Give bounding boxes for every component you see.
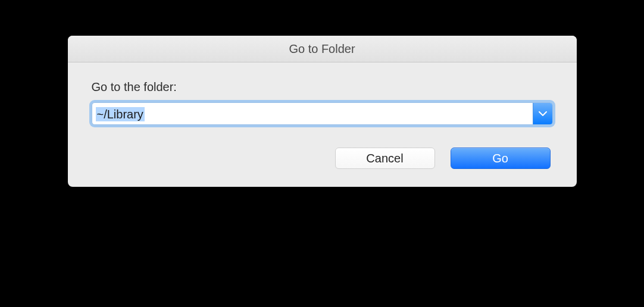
cancel-button-label: Cancel: [366, 152, 403, 165]
chevron-down-icon: [539, 111, 547, 117]
go-to-folder-dialog: Go to Folder Go to the folder: ~/Library…: [68, 36, 577, 187]
folder-path-input[interactable]: ~/Library: [92, 103, 533, 124]
folder-path-combobox[interactable]: ~/Library: [92, 102, 553, 125]
dialog-titlebar: Go to Folder: [68, 36, 577, 62]
prompt-label: Go to the folder:: [92, 80, 553, 94]
dialog-title: Go to Folder: [289, 42, 355, 56]
go-button-label: Go: [492, 152, 508, 165]
go-button[interactable]: Go: [451, 148, 551, 169]
folder-path-dropdown-button[interactable]: [533, 103, 552, 124]
button-row: Cancel Go: [92, 148, 553, 169]
dialog-content: Go to the folder: ~/Library Cancel Go: [68, 62, 577, 187]
folder-path-selected-text: ~/Library: [96, 107, 145, 121]
cancel-button[interactable]: Cancel: [335, 148, 435, 169]
